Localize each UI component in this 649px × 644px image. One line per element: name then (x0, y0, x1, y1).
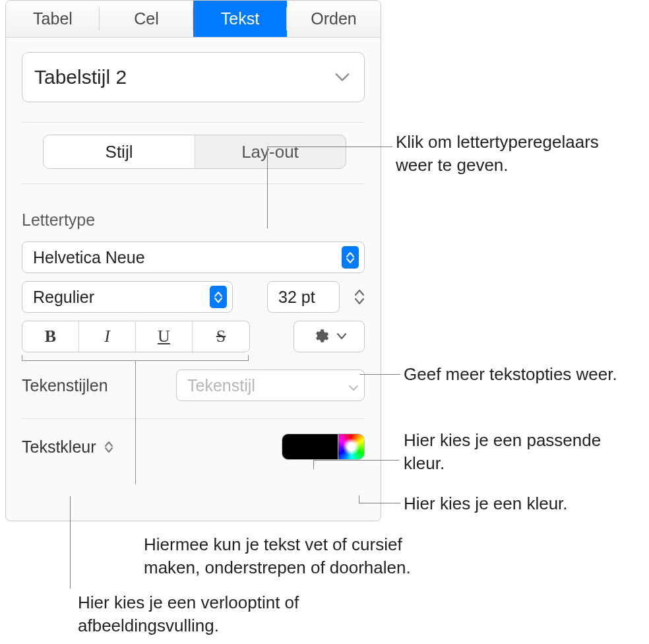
segment-layout[interactable]: Lay-out (195, 135, 346, 168)
chevron-down-icon (354, 298, 365, 306)
chevron-down-icon (337, 333, 346, 340)
format-panel: Tabel Cel Tekst Orden Tabelstijl 2 Stijl… (5, 0, 381, 521)
paragraph-style-value: Tabelstijl 2 (34, 66, 127, 88)
underline-button[interactable]: U (136, 321, 193, 352)
leader-line (359, 503, 400, 503)
font-family-select[interactable]: Helvetica Neue (22, 242, 365, 273)
font-size-value: 32 pt (278, 288, 315, 307)
segment-stijl[interactable]: Stijl (44, 135, 195, 168)
updown-icon (210, 286, 227, 308)
tab-cel[interactable]: Cel (100, 1, 193, 37)
character-style-placeholder: Tekenstijl (187, 376, 255, 395)
callout-matching-color: Hier kies je een passende kleur. (404, 429, 602, 475)
bracket-annotation (22, 355, 249, 366)
font-size-stepper[interactable] (354, 288, 365, 306)
tab-tabel[interactable]: Tabel (6, 1, 100, 37)
callout-bius: Hiermee kun je tekst vet of cursief make… (144, 533, 460, 579)
strikethrough-button[interactable]: S (193, 321, 249, 352)
leader-line (359, 496, 359, 503)
text-color-label: Tekstkleur (22, 437, 96, 457)
paragraph-style-select[interactable]: Tabelstijl 2 (22, 52, 365, 102)
text-style-group: B I U S (22, 321, 250, 352)
divider (22, 122, 365, 123)
font-family-value: Helvetica Neue (33, 248, 145, 267)
color-swatch[interactable] (282, 434, 338, 460)
leader-line (313, 460, 314, 469)
section-title-lettertype: Lettertype (22, 210, 365, 230)
more-text-options-button[interactable] (294, 321, 365, 352)
text-color-controls (282, 434, 365, 460)
font-size-field[interactable]: 32 pt (267, 281, 340, 313)
gear-icon (312, 328, 329, 345)
callout-font-controls: Klik om lettertyperegelaars weer te geve… (396, 131, 633, 177)
tab-tekst[interactable]: Tekst (193, 1, 287, 37)
chevron-up-icon (354, 288, 365, 296)
leader-line (267, 146, 392, 147)
leader-line (313, 460, 399, 461)
leader-line (70, 496, 71, 589)
text-color-type-popup[interactable]: Tekstkleur (22, 437, 115, 457)
italic-button[interactable]: I (79, 321, 136, 352)
leader-line (359, 374, 400, 375)
chevron-down-icon (348, 376, 359, 395)
bold-button[interactable]: B (22, 321, 79, 352)
leader-line (267, 146, 268, 228)
callout-any-color: Hier kies je een kleur. (404, 492, 568, 515)
font-weight-select[interactable]: Regulier (22, 281, 233, 313)
divider (22, 418, 365, 419)
chevron-down-icon (335, 73, 350, 82)
top-tabs: Tabel Cel Tekst Orden (6, 1, 381, 38)
divider (22, 183, 365, 184)
updown-icon (342, 246, 359, 269)
section-title-tekenstijlen: Tekenstijlen (22, 376, 108, 395)
updown-icon (103, 441, 115, 453)
callout-more-text: Geef meer tekstopties weer. (404, 363, 617, 386)
character-style-select[interactable]: Tekenstijl (176, 370, 365, 401)
panel-body: Tabelstijl 2 Stijl Lay-out Lettertype He… (6, 38, 381, 460)
tab-orden[interactable]: Orden (287, 1, 381, 37)
segmented-style-layout: Stijl Lay-out (43, 135, 346, 169)
font-weight-value: Regulier (33, 288, 94, 307)
color-wheel-button[interactable] (338, 434, 365, 460)
callout-gradient-fill: Hier kies je een verlooptint of afbeeldi… (78, 591, 355, 637)
